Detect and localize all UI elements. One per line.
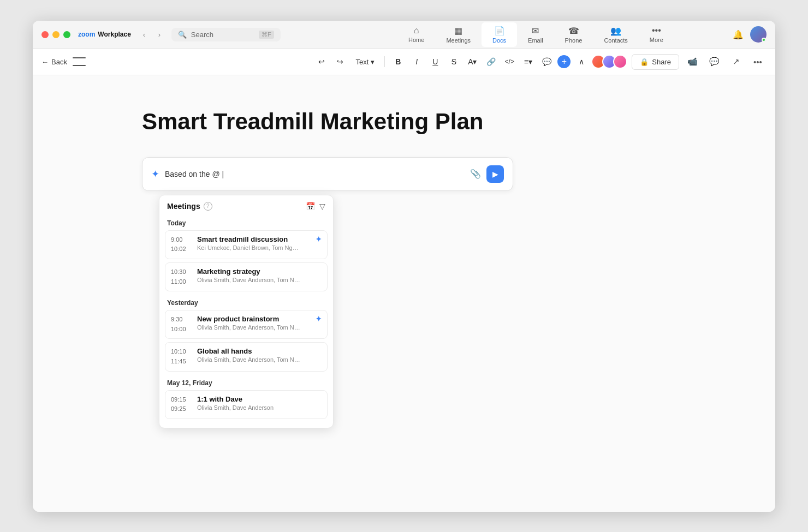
italic-button[interactable]: I: [409, 54, 424, 69]
meeting-info-1: Smart treadmill discussion ✦ Kei Umekoc,…: [197, 235, 322, 251]
send-icon: ▶: [492, 170, 498, 178]
tab-email[interactable]: ✉ Email: [517, 22, 554, 47]
nav-back-arrow[interactable]: ‹: [138, 28, 151, 41]
back-button[interactable]: ← Back: [41, 58, 67, 66]
toolbar-right: 🔒 Share 📹 💬 ↗ •••: [591, 53, 767, 70]
logo-workplace-text: Workplace: [98, 31, 130, 38]
ai-attach-icon[interactable]: 📎: [470, 169, 481, 179]
meeting-name-3: New product brainstorm: [197, 315, 279, 323]
toolbar-center: ↩ ↪ Text ▾ B I U S A▾ 🔗 </> ≡▾ 💬 + ∧: [314, 54, 589, 69]
meeting-attendees-2: Olivia Smith, Dave Anderson, Tom Nguyen.…: [197, 277, 301, 283]
nav-tabs: ⌂ Home ▦ Meetings 📄 Docs ✉ Email ☎ Phone…: [397, 22, 674, 47]
meetings-header-icons: 📅 ▽: [306, 202, 325, 211]
meeting-name-2: Marketing strategy: [197, 267, 260, 276]
minimize-button[interactable]: [52, 31, 60, 38]
underline-button[interactable]: U: [427, 54, 443, 69]
meeting-info-3: New product brainstorm ✦ Olivia Smith, D…: [197, 315, 322, 331]
toolbar-divider-1: [384, 56, 385, 67]
tab-phone[interactable]: ☎ Phone: [554, 22, 593, 47]
close-button[interactable]: [41, 31, 49, 38]
meetings-help-icon[interactable]: ?: [204, 202, 212, 211]
doc-content: Smart Treadmill Marketing Plan ✦ Based o…: [33, 75, 775, 512]
back-label: Back: [51, 58, 67, 66]
notifications-icon[interactable]: 🔔: [733, 29, 744, 40]
chat-button[interactable]: 💬: [705, 53, 723, 70]
meeting-name-4: Global all hands: [197, 347, 252, 355]
meeting-time-2: 10:30 11:00: [171, 267, 192, 286]
meeting-info-2: Marketing strategy Olivia Smith, Dave An…: [197, 267, 322, 283]
doc-title: Smart Treadmill Marketing Plan: [142, 108, 666, 135]
tab-contacts-label: Contacts: [604, 37, 627, 44]
more-options-button[interactable]: •••: [749, 53, 767, 70]
nav-forward-arrow[interactable]: ›: [153, 28, 166, 41]
collapse-button[interactable]: ∧: [574, 54, 589, 69]
meeting-time-4: 10:10 11:45: [171, 347, 192, 366]
home-icon: ⌂: [414, 26, 419, 35]
nav-arrows: ‹ ›: [138, 28, 166, 41]
search-bar[interactable]: 🔍 Search ⌘F: [171, 28, 281, 41]
undo-button[interactable]: ↩: [314, 54, 329, 69]
filter-icon[interactable]: ▽: [319, 202, 325, 211]
meetings-group-today: Today: [165, 215, 328, 230]
text-style-label: Text: [355, 58, 369, 66]
meeting-item-5[interactable]: 09:15 09:25 1:1 with Dave Olivia Smith, …: [165, 390, 328, 419]
app-window: zoom Workplace ‹ › 🔍 Search ⌘F ⌂ Home ▦ …: [33, 21, 775, 512]
align-button[interactable]: ≡▾: [520, 54, 536, 69]
contacts-icon: 👥: [610, 26, 621, 36]
bold-button[interactable]: B: [390, 54, 406, 69]
ai-star-icon-1: ✦: [316, 235, 322, 243]
ai-input-text[interactable]: Based on the @ |: [165, 170, 465, 178]
collaborators-avatars: [591, 55, 627, 69]
share-button[interactable]: 🔒 Share: [632, 54, 679, 70]
meeting-item-4[interactable]: 10:10 11:45 Global all hands Olivia Smit…: [165, 342, 328, 371]
meeting-attendees-5: Olivia Smith, Dave Anderson: [197, 404, 301, 411]
meeting-time-5: 09:15 09:25: [171, 395, 192, 414]
meetings-group-yesterday: Yesterday: [165, 295, 328, 310]
meeting-item-1[interactable]: 9:00 10:02 Smart treadmill discussion ✦ …: [165, 230, 328, 259]
code-button[interactable]: </>: [502, 54, 517, 69]
meeting-attendees-1: Kei Umekoc, Daniel Brown, Tom Nguyen...: [197, 244, 301, 251]
link-button[interactable]: 🔗: [483, 54, 498, 69]
tab-home[interactable]: ⌂ Home: [397, 22, 435, 46]
meeting-time-1: 9:00 10:02: [171, 235, 192, 254]
video-button[interactable]: 📹: [684, 53, 701, 70]
toolbar-left: ← Back: [41, 56, 87, 67]
tab-meetings[interactable]: ▦ Meetings: [435, 22, 482, 47]
external-link-button[interactable]: ↗: [727, 53, 745, 70]
font-color-button[interactable]: A▾: [465, 54, 480, 69]
tab-more-label: More: [650, 37, 663, 43]
redo-button[interactable]: ↪: [332, 54, 348, 69]
logo-zoom-text: zoom: [78, 31, 95, 38]
tab-more[interactable]: ••• More: [639, 22, 674, 46]
text-style-chevron: ▾: [371, 58, 375, 66]
tab-contacts[interactable]: 👥 Contacts: [593, 22, 638, 47]
ai-star-icon-3: ✦: [316, 315, 322, 323]
tab-docs-label: Docs: [492, 37, 506, 44]
title-bar: zoom Workplace ‹ › 🔍 Search ⌘F ⌂ Home ▦ …: [33, 21, 775, 49]
collaborator-avatar-3: [613, 55, 627, 69]
meetings-panel-title: Meetings: [167, 202, 200, 211]
app-logo: zoom Workplace: [78, 31, 131, 38]
tab-phone-label: Phone: [565, 37, 583, 44]
meeting-attendees-4: Olivia Smith, Dave Anderson, Tom Nguyen.…: [197, 356, 301, 363]
tab-meetings-label: Meetings: [446, 37, 471, 44]
maximize-button[interactable]: [63, 31, 70, 38]
email-icon: ✉: [532, 26, 539, 36]
back-arrow-icon: ←: [41, 58, 49, 66]
calendar-icon[interactable]: 📅: [306, 202, 315, 211]
strikethrough-button[interactable]: S: [446, 54, 461, 69]
sidebar-toggle-button[interactable]: [72, 56, 87, 67]
meeting-item-2[interactable]: 10:30 11:00 Marketing strategy Olivia Sm…: [165, 262, 328, 291]
search-shortcut: ⌘F: [259, 31, 274, 39]
add-block-button[interactable]: +: [557, 55, 571, 68]
ai-send-button[interactable]: ▶: [486, 165, 504, 183]
meeting-item-3[interactable]: 9:30 10:00 New product brainstorm ✦ Oliv…: [165, 310, 328, 339]
comment-button[interactable]: 💬: [539, 54, 554, 69]
meeting-name-1: Smart treadmill discussion: [197, 235, 288, 243]
user-avatar[interactable]: [750, 26, 767, 43]
meetings-header: Meetings ? 📅 ▽: [159, 195, 333, 215]
meeting-time-3: 9:30 10:00: [171, 315, 192, 334]
online-status-dot: [762, 38, 766, 42]
text-style-dropdown[interactable]: Text ▾: [351, 56, 379, 68]
tab-docs[interactable]: 📄 Docs: [482, 22, 517, 47]
